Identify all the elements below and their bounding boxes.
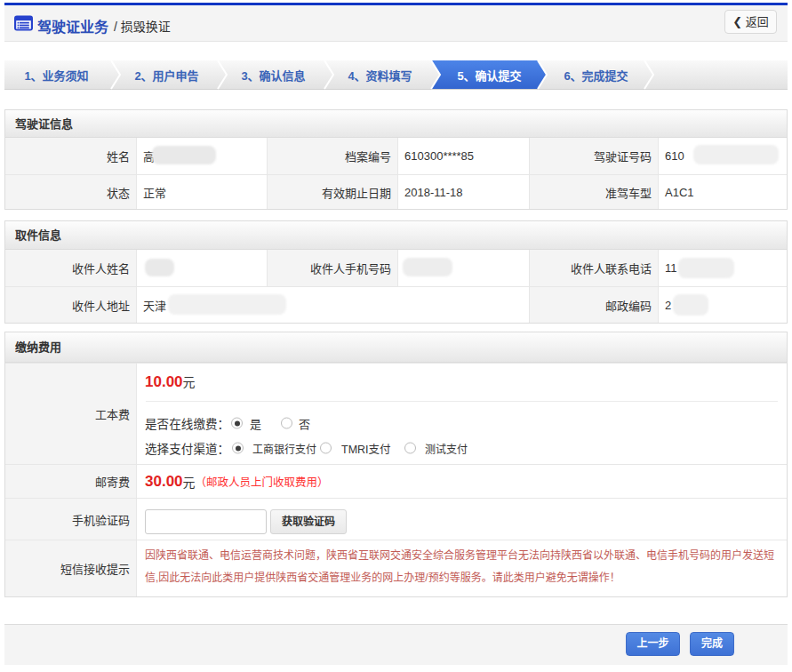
svg-text:2、用户申告: 2、用户申告 [134,69,198,83]
svg-text:5、确认提交: 5、确认提交 [457,69,521,83]
svg-text:1、业务须知: 1、业务须知 [24,69,88,83]
svg-text:3、确认信息: 3、确认信息 [241,69,305,83]
svg-text:4、资料填写: 4、资料填写 [348,69,412,83]
svg-text:6、完成提交: 6、完成提交 [564,69,628,83]
